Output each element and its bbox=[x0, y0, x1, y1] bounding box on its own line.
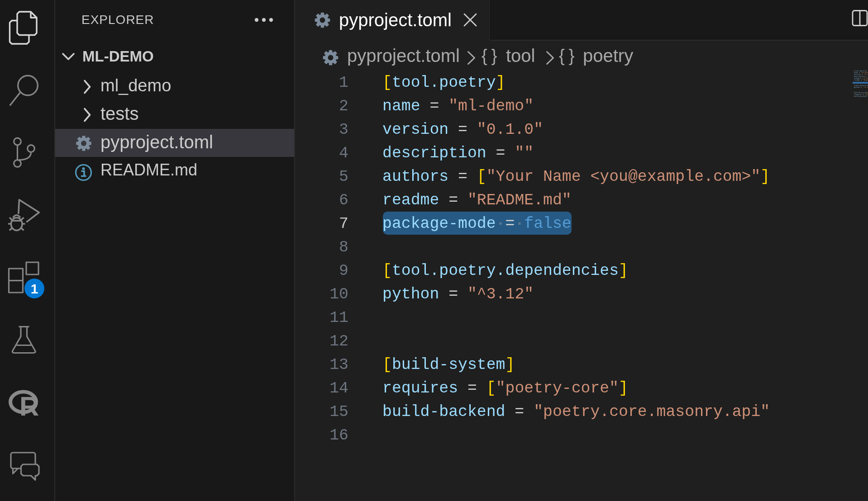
svg-text:authors = ["Your Name <you@exa: authors = ["Your Name <you@example.com>" bbox=[854, 77, 868, 79]
svg-text:R: R bbox=[19, 391, 39, 421]
svg-text:readme = "README.md": readme = "README.md" bbox=[854, 79, 868, 81]
svg-text:version = "0.1.0": version = "0.1.0" bbox=[854, 74, 868, 76]
svg-text:[build-system]: [build-system] bbox=[854, 92, 868, 94]
svg-text:description = "": description = "" bbox=[854, 76, 868, 77]
svg-text:1: 1 bbox=[31, 281, 38, 296]
svg-text:python = "^3.12": python = "^3.12" bbox=[854, 86, 868, 88]
svg-text:name = "ml-demo": name = "ml-demo" bbox=[854, 72, 868, 74]
svg-text:[tool.poetry]: [tool.poetry] bbox=[854, 70, 867, 72]
svg-text:build-backend = "poetry.c: build-backend = "poetry.c bbox=[854, 95, 868, 97]
svg-text:requires = ["poetry-core": requires = ["poetry-core" bbox=[854, 94, 868, 95]
svg-text:[tool.poetry.dependencies]: [tool.poetry.dependencies] bbox=[854, 85, 868, 86]
